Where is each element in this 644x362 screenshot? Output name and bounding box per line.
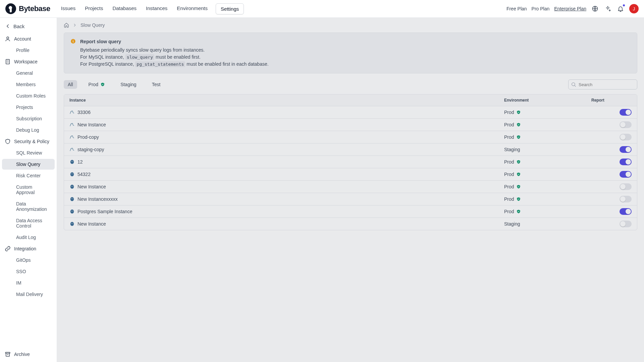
plan-enterprise[interactable]: Enterprise Plan [554, 6, 586, 11]
instance-cell[interactable]: New Instance [69, 184, 504, 189]
environment-cell: Prod [504, 209, 591, 214]
instance-cell[interactable]: New Instance [69, 122, 504, 127]
info-line-2: For MySQL instance, slow_query must be e… [80, 54, 269, 61]
archive-icon [5, 351, 11, 357]
sidebar: Back AccountProfileWorkspaceGeneralMembe… [0, 18, 57, 362]
user-icon [5, 36, 11, 42]
notifications-icon[interactable] [616, 5, 625, 13]
sidebar-item-custom-approval[interactable]: Custom Approval [2, 182, 55, 198]
sidebar-item-data-anonymization[interactable]: Data Anonymization [2, 198, 55, 215]
env-tabs: AllProdStagingTest [64, 80, 164, 89]
report-toggle[interactable] [620, 196, 632, 202]
table-row: New InstancexxxxxProd [64, 193, 637, 205]
tab-prod[interactable]: Prod [85, 80, 109, 89]
sidebar-item-general[interactable]: General [2, 68, 55, 78]
avatar[interactable]: J [629, 4, 639, 13]
report-toggle[interactable] [620, 121, 632, 128]
report-toggle[interactable] [620, 183, 632, 190]
instance-cell[interactable]: New Instancexxxxx [69, 196, 504, 202]
tab-test[interactable]: Test [148, 80, 165, 89]
report-toggle[interactable] [620, 171, 632, 178]
sidebar-item-risk-center[interactable]: Risk Center [2, 170, 55, 181]
tab-staging[interactable]: Staging [116, 80, 140, 89]
instance-cell[interactable]: Prod-copy [69, 134, 504, 140]
sidebar-item-sso[interactable]: SSO [2, 266, 55, 277]
shield-check-icon [516, 209, 521, 214]
shield-check-icon [516, 160, 521, 164]
main: Slow Query Report slow query Bytebase pe… [57, 18, 644, 362]
sidebar-item-debug-log[interactable]: Debug Log [2, 125, 55, 135]
sidebar-item-sql-review[interactable]: SQL Review [2, 147, 55, 158]
instance-cell[interactable]: 12 [69, 159, 504, 165]
instances-table: Instance Environment Report 33306ProdNew… [64, 94, 637, 230]
shield-check-icon [516, 110, 521, 115]
report-toggle[interactable] [620, 146, 632, 153]
sidebar-item-gitops[interactable]: GitOps [2, 255, 55, 265]
environment-name: Prod [504, 122, 514, 127]
instance-cell[interactable]: New Instance [69, 221, 504, 227]
nav-issues[interactable]: Issues [60, 3, 77, 14]
report-toggle[interactable] [620, 159, 632, 165]
postgres-icon [69, 159, 75, 165]
sidebar-item-profile[interactable]: Profile [2, 45, 55, 56]
search-input[interactable] [568, 79, 637, 89]
nav-settings[interactable]: Settings [216, 3, 244, 14]
sidebar-item-data-access-control[interactable]: Data Access Control [2, 215, 55, 231]
report-toggle[interactable] [620, 221, 632, 227]
plan-free[interactable]: Free Plan [506, 6, 527, 11]
nav-environments[interactable]: Environments [175, 3, 209, 14]
table-row: staging-copyStaging [64, 143, 637, 156]
sidebar-item-members[interactable]: Members [2, 79, 55, 90]
report-toggle[interactable] [620, 109, 632, 116]
info-line-1: Bytebase periodically syncs slow query l… [80, 47, 269, 54]
mysql-icon [69, 110, 75, 115]
mysql-icon [69, 122, 75, 127]
sidebar-item-audit-log[interactable]: Audit Log [2, 232, 55, 243]
sidebar-item-mail-delivery[interactable]: Mail Delivery [2, 289, 55, 300]
environment-cell: Prod [504, 159, 591, 165]
postgres-icon [69, 209, 75, 214]
info-line-3: For PostgreSQL instance, pg_stat_stateme… [80, 61, 269, 68]
sidebar-item-custom-roles[interactable]: Custom Roles [2, 90, 55, 101]
search-icon [571, 82, 576, 87]
link-icon [5, 246, 11, 252]
plan-pro[interactable]: Pro Plan [532, 6, 550, 11]
report-toggle[interactable] [620, 134, 632, 140]
nav-databases[interactable]: Databases [111, 3, 138, 14]
sidebar-section-account: Account [0, 33, 57, 45]
shield-check-icon [516, 184, 521, 189]
th-report: Report [591, 98, 632, 103]
nav-instances[interactable]: Instances [145, 3, 169, 14]
language-icon[interactable] [591, 5, 599, 13]
instance-cell[interactable]: 54322 [69, 172, 504, 177]
sidebar-section-integration: Integration [0, 243, 57, 254]
instance-cell[interactable]: staging-copy [69, 147, 504, 152]
sidebar-item-projects[interactable]: Projects [2, 102, 55, 113]
environment-name: Prod [504, 159, 514, 165]
sidebar-archive[interactable]: Archive [0, 348, 57, 362]
instance-name: New Instance [77, 122, 106, 127]
instance-name: New Instancexxxxx [77, 196, 118, 202]
table-row: New InstanceProd [64, 181, 637, 193]
instance-name: New Instance [77, 221, 106, 227]
instance-name: New Instance [77, 184, 106, 189]
instance-cell[interactable]: 33306 [69, 110, 504, 115]
brand-logo[interactable]: Bytebase [5, 3, 50, 14]
report-toggle[interactable] [620, 208, 632, 215]
brand-logo-mark [5, 3, 16, 14]
info-box: Report slow query Bytebase periodically … [64, 33, 637, 73]
whats-new-icon[interactable] [604, 5, 612, 13]
info-code-pg: pg_stat_statements [135, 61, 185, 67]
breadcrumb-current: Slow Query [80, 22, 105, 28]
nav-projects[interactable]: Projects [84, 3, 104, 14]
tab-all[interactable]: All [64, 80, 77, 89]
instance-cell[interactable]: Postgres Sample Instance [69, 209, 504, 214]
report-cell [591, 121, 632, 128]
report-cell [591, 208, 632, 215]
environment-name: Prod [504, 110, 514, 115]
sidebar-item-slow-query[interactable]: Slow Query [2, 159, 55, 170]
back-link[interactable]: Back [0, 20, 57, 33]
home-icon[interactable] [64, 22, 69, 28]
sidebar-item-im[interactable]: IM [2, 278, 55, 288]
sidebar-item-subscription[interactable]: Subscription [2, 113, 55, 124]
